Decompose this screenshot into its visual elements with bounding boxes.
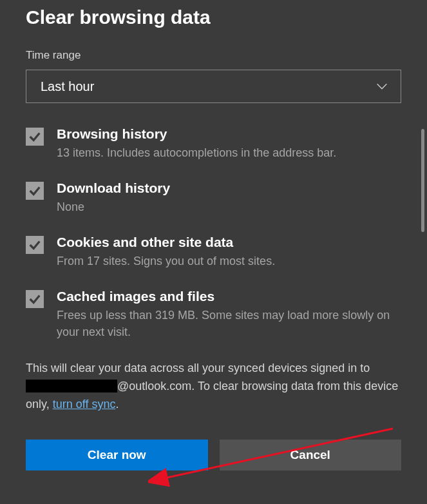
time-range-value: Last hour [41, 79, 94, 94]
button-row: Clear now Cancel [26, 440, 401, 470]
scrollbar[interactable] [421, 129, 424, 232]
option-desc: From 17 sites. Signs you out of most sit… [57, 253, 401, 269]
option-cookies: Cookies and other site data From 17 site… [26, 235, 401, 269]
time-range-select[interactable]: Last hour [26, 70, 401, 103]
option-desc: None [57, 199, 401, 215]
option-desc: Frees up less than 319 MB. Some sites ma… [57, 307, 401, 340]
turn-off-sync-link[interactable]: turn off sync [53, 398, 116, 411]
option-cached: Cached images and files Frees up less th… [26, 289, 401, 340]
checkbox-download-history[interactable] [26, 182, 44, 200]
check-icon [28, 184, 42, 198]
option-title: Cached images and files [57, 289, 401, 304]
checkbox-browsing-history[interactable] [26, 128, 44, 146]
sync-info-text: This will clear your data across all you… [26, 360, 401, 414]
option-browsing-history: Browsing history 13 items. Includes auto… [26, 126, 401, 161]
check-icon [28, 130, 42, 144]
checkbox-cookies[interactable] [26, 236, 44, 254]
redacted-email [26, 380, 117, 393]
option-title: Cookies and other site data [57, 235, 401, 250]
option-download-history: Download history None [26, 180, 401, 215]
options-list: Browsing history 13 items. Includes auto… [26, 126, 401, 340]
checkbox-cached[interactable] [26, 290, 44, 308]
option-title: Download history [57, 180, 401, 196]
option-desc: 13 items. Includes autocompletions in th… [57, 144, 401, 161]
chevron-down-icon [375, 79, 389, 93]
dialog-title: Clear browsing data [26, 6, 401, 28]
clear-now-button[interactable]: Clear now [26, 440, 208, 470]
check-icon [28, 238, 42, 252]
cancel-button[interactable]: Cancel [220, 440, 402, 470]
check-icon [28, 292, 42, 306]
option-title: Browsing history [57, 126, 401, 142]
time-range-label: Time range [26, 49, 401, 62]
